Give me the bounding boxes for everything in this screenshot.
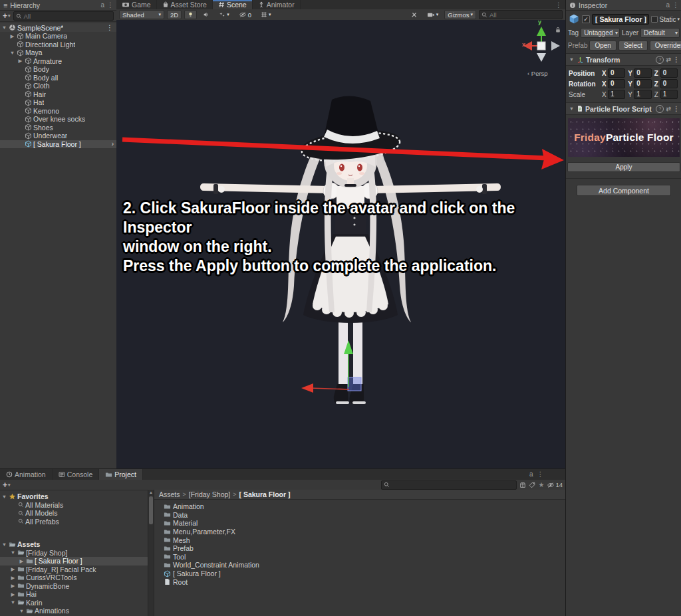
hierarchy-item[interactable]: ▼ Maya: [0, 49, 116, 57]
gizmo-x-label[interactable]: x: [522, 41, 525, 48]
lighting-toggle[interactable]: [184, 10, 197, 19]
expand-arrow-icon[interactable]: ▼: [1, 25, 7, 31]
tab-animation[interactable]: Animation: [0, 469, 53, 480]
tab-project[interactable]: Project: [99, 469, 143, 480]
help-icon[interactable]: ?: [656, 105, 664, 113]
add-component-button[interactable]: Add Component: [577, 185, 671, 196]
tab-asset-store[interactable]: Asset Store: [157, 0, 213, 9]
lock-icon[interactable]: a: [100, 1, 104, 9]
project-content-item[interactable]: Prefab: [164, 544, 565, 553]
tab-animator[interactable]: Animator: [253, 0, 301, 9]
z-value-field[interactable]: 1: [660, 90, 678, 99]
hierarchy-item[interactable]: Hair: [0, 90, 116, 99]
expand-arrow-icon[interactable]: ▼: [10, 599, 16, 605]
hierarchy-item[interactable]: Underwear: [0, 132, 116, 140]
favorites-item[interactable]: All Models: [0, 509, 148, 518]
z-value-field[interactable]: 0: [660, 79, 678, 88]
grid-visibility-dropdown[interactable]: ▾: [257, 10, 275, 19]
panel-menu-icon[interactable]: ⋮: [672, 1, 678, 9]
foldout-arrow-icon[interactable]: ▼: [569, 56, 575, 62]
project-content-item[interactable]: Animation: [164, 502, 565, 511]
tab-game[interactable]: Game: [116, 0, 157, 9]
help-icon[interactable]: ?: [656, 56, 664, 64]
y-value-field[interactable]: 0: [634, 68, 651, 78]
assets-root[interactable]: ▼ Assets: [0, 540, 148, 549]
apply-button[interactable]: Apply: [567, 162, 680, 172]
project-tree-item[interactable]: ▶ CurissVRCTools: [0, 573, 148, 582]
breadcrumb-item[interactable]: [Friday Shop]: [189, 490, 230, 498]
tool-settings-button[interactable]: [408, 10, 421, 19]
x-value-field[interactable]: 0: [608, 68, 625, 78]
presets-icon[interactable]: ⇄: [666, 106, 671, 112]
camera-settings-dropdown[interactable]: ▾: [424, 10, 442, 19]
expand-arrow-icon[interactable]: ▶: [19, 558, 25, 564]
hierarchy-item[interactable]: Body all: [0, 74, 116, 82]
hidden-objects-toggle[interactable]: 0: [235, 10, 255, 19]
hierarchy-item[interactable]: Directional Light: [0, 41, 116, 49]
expand-arrow-icon[interactable]: ▶: [10, 566, 16, 572]
hidden-count[interactable]: 14: [547, 481, 563, 488]
create-button[interactable]: +▾: [3, 11, 11, 21]
project-tree-item[interactable]: ▶ [ Sakura Floor ]: [0, 557, 148, 565]
project-tree-scrollbar[interactable]: ▲: [148, 490, 154, 616]
project-content-item[interactable]: Menu,Parameter,FX: [164, 528, 565, 536]
project-tree-item[interactable]: ▼ [Friday Shop]: [0, 549, 148, 558]
prefab-select-button[interactable]: Select: [618, 41, 648, 51]
y-value-field[interactable]: 0: [634, 79, 651, 88]
project-content-item[interactable]: Material: [164, 519, 565, 528]
breadcrumb-item[interactable]: Assets: [159, 490, 180, 498]
2d-toggle[interactable]: 2D: [167, 10, 182, 19]
audio-toggle[interactable]: [200, 10, 213, 19]
z-value-field[interactable]: 0: [660, 68, 678, 78]
hierarchy-scene-row[interactable]: ▼ SampleScene* ⋮: [0, 23, 116, 32]
persp-label[interactable]: ‹ Persp: [527, 70, 548, 77]
hierarchy-item[interactable]: Kemono: [0, 107, 116, 116]
project-content-item[interactable]: World_Constraint Animation: [164, 561, 565, 569]
tag-dropdown[interactable]: Untagged: [581, 28, 620, 38]
expand-arrow-icon[interactable]: ▶: [9, 33, 15, 39]
chevron-right-icon[interactable]: ›: [112, 140, 114, 148]
gizmos-dropdown[interactable]: Gizmos▾: [444, 10, 476, 19]
project-tree-item[interactable]: ▼ Animations: [0, 607, 148, 615]
script-component-header[interactable]: ▼ Particle Floor Script (Scri ? ⇄ ⋮: [566, 102, 681, 115]
project-content-item[interactable]: Tool: [164, 553, 565, 562]
favorites-item[interactable]: All Prefabs: [0, 518, 148, 526]
expand-arrow-icon[interactable]: ▶: [17, 58, 23, 64]
hierarchy-item[interactable]: ▶ Main Camera: [0, 32, 116, 41]
project-tree-item[interactable]: ▼ Karin: [0, 599, 148, 607]
transform-component-header[interactable]: ▼ Transform ? ⇄ ⋮: [566, 53, 681, 66]
x-value-field[interactable]: 1: [608, 90, 625, 99]
lock-icon[interactable]: a: [666, 1, 670, 9]
package-icon[interactable]: [519, 482, 526, 488]
expand-arrow-icon[interactable]: ▶: [10, 591, 16, 597]
favorites-header[interactable]: ▼ Favorites: [0, 492, 148, 501]
favorites-star-icon[interactable]: ★: [538, 481, 544, 488]
component-menu-icon[interactable]: ⋮: [673, 105, 679, 112]
hierarchy-search-input[interactable]: All: [13, 11, 114, 21]
hierarchy-item[interactable]: [ Sakura Floor ] ›: [0, 140, 116, 149]
layer-dropdown[interactable]: Default: [640, 28, 680, 38]
lock-icon[interactable]: a: [529, 470, 533, 478]
hierarchy-item[interactable]: ▶ Armature: [0, 57, 116, 66]
hierarchy-item[interactable]: Shoes: [0, 124, 116, 132]
tab-menu-icon[interactable]: ⋮: [551, 1, 565, 9]
hierarchy-item[interactable]: Hat: [0, 98, 116, 107]
project-search-input[interactable]: [381, 480, 517, 490]
tab-scene[interactable]: Scene: [213, 0, 253, 9]
panel-menu-icon[interactable]: ⋮: [537, 470, 543, 478]
component-menu-icon[interactable]: ⋮: [673, 56, 679, 63]
hierarchy-item[interactable]: Cloth: [0, 82, 116, 90]
x-value-field[interactable]: 0: [608, 79, 625, 88]
gameobject-cube-icon[interactable]: [568, 13, 580, 25]
scene-menu-icon[interactable]: ⋮: [106, 24, 112, 31]
prefab-overrides-dropdown[interactable]: Overrides▾: [650, 41, 681, 51]
expand-arrow-icon[interactable]: ▼: [10, 550, 16, 556]
hierarchy-item[interactable]: Body: [0, 65, 116, 74]
expand-arrow-icon[interactable]: ▶: [10, 575, 16, 581]
project-tree-item[interactable]: ▶ Hai: [0, 590, 148, 599]
expand-arrow-icon[interactable]: ▼: [9, 50, 15, 56]
project-content-item[interactable]: [ Sakura Floor ]: [164, 569, 565, 578]
gameobject-name-field[interactable]: [ Sakura Floor ]: [592, 14, 649, 25]
panel-menu-icon[interactable]: ⋮: [107, 1, 113, 9]
foldout-arrow-icon[interactable]: ▼: [569, 106, 575, 112]
